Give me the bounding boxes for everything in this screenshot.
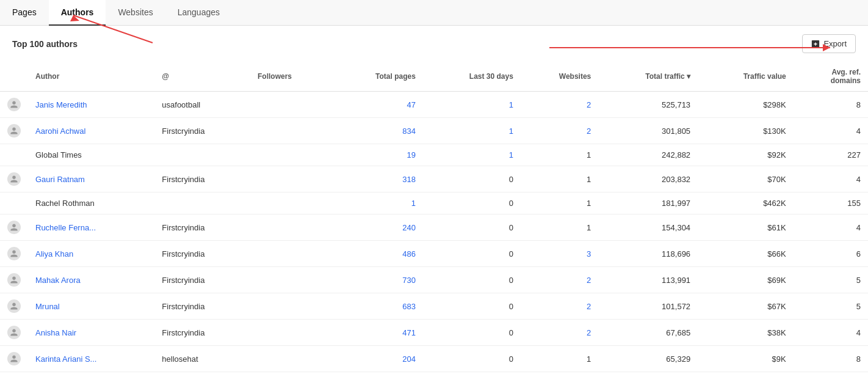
table-row: Janis Meredithusafootball4712525,713$298… xyxy=(0,92,868,118)
handle-cell: Firstcryindia xyxy=(154,166,250,193)
last30-value: 1 xyxy=(509,150,513,160)
tab-websites[interactable]: Websites xyxy=(106,0,165,26)
total-pages-cell[interactable]: 1 xyxy=(331,193,423,215)
total-pages-cell[interactable]: 834 xyxy=(331,118,423,144)
author-link[interactable]: Mrunal xyxy=(35,302,60,311)
followers-cell xyxy=(250,166,331,193)
last30-cell: 1 xyxy=(423,92,521,118)
avatar-cell xyxy=(0,118,28,144)
total-pages-link[interactable]: 19 xyxy=(407,150,415,160)
followers-cell xyxy=(250,215,331,241)
last30-cell: 0 xyxy=(423,320,521,346)
avg-ref-cell: 8 xyxy=(794,92,868,118)
col-last30[interactable]: Last 30 days xyxy=(423,62,521,92)
author-link[interactable]: Aliya Khan xyxy=(35,249,73,258)
total-pages-cell[interactable]: 318 xyxy=(331,166,423,193)
total-pages-link[interactable]: 1 xyxy=(411,199,416,208)
avatar-cell xyxy=(0,92,28,118)
total-traffic-cell: 67,685 xyxy=(598,320,698,346)
last30-value: 1 xyxy=(509,100,513,109)
websites-value: 2 xyxy=(587,100,591,109)
author-link[interactable]: Karinta Ariani S... xyxy=(35,354,96,364)
total-pages-cell[interactable]: 730 xyxy=(331,267,423,293)
table-body: Janis Meredithusafootball4712525,713$298… xyxy=(0,92,868,372)
authors-table: Author @ Followers Total pages Last 30 d… xyxy=(0,62,868,372)
total-pages-cell[interactable]: 47 xyxy=(331,92,423,118)
handle-cell: Firstcryindia xyxy=(154,215,250,241)
col-traffic-value[interactable]: Traffic value xyxy=(698,62,794,92)
col-websites[interactable]: Websites xyxy=(521,62,598,92)
author-link[interactable]: Ruchelle Ferna... xyxy=(35,223,96,232)
total-pages-link[interactable]: 240 xyxy=(402,223,416,232)
col-avg-ref[interactable]: Avg. ref.domains xyxy=(794,62,868,92)
top-bar: Top 100 authors Export xyxy=(0,26,868,62)
table-row: Aliya KhanFirstcryindia48603118,696$66K6 xyxy=(0,241,868,267)
total-traffic-cell: 154,304 xyxy=(598,215,698,241)
total-pages-link[interactable]: 471 xyxy=(402,328,416,337)
avg-ref-cell: 5 xyxy=(794,267,868,293)
avatar xyxy=(7,124,21,138)
avatar xyxy=(7,221,21,234)
last30-cell: 0 xyxy=(423,215,521,241)
export-button[interactable]: Export xyxy=(802,34,856,53)
websites-cell: 1 xyxy=(521,346,598,372)
col-total-traffic[interactable]: Total traffic ▾ xyxy=(598,62,698,92)
last30-cell: 1 xyxy=(423,118,521,144)
last30-cell: 0 xyxy=(423,267,521,293)
total-pages-cell[interactable]: 204 xyxy=(331,346,423,372)
total-pages-link[interactable]: 204 xyxy=(402,354,416,364)
author-link[interactable]: Gauri Ratnam xyxy=(35,175,85,184)
followers-cell xyxy=(250,144,331,166)
avg-ref-cell: 4 xyxy=(794,166,868,193)
author-link[interactable]: Anisha Nair xyxy=(35,328,76,337)
followers-cell xyxy=(250,320,331,346)
websites-cell: 1 xyxy=(521,144,598,166)
tab-pages[interactable]: Pages xyxy=(0,0,49,26)
traffic-value-cell: $38K xyxy=(698,320,794,346)
author-link[interactable]: Aarohi Achwal xyxy=(35,127,85,136)
author-link[interactable]: Janis Meredith xyxy=(35,100,87,109)
col-total-pages[interactable]: Total pages xyxy=(331,62,423,92)
tab-languages[interactable]: Languages xyxy=(165,0,232,26)
avatar-cell xyxy=(0,346,28,372)
traffic-value-cell: $69K xyxy=(698,267,794,293)
total-pages-link[interactable]: 318 xyxy=(402,175,416,184)
avg-ref-cell: 227 xyxy=(794,144,868,166)
col-author[interactable]: Author xyxy=(28,62,154,92)
traffic-value-cell: $92K xyxy=(698,144,794,166)
total-pages-link[interactable]: 486 xyxy=(402,249,416,258)
avatar-cell xyxy=(0,215,28,241)
author-name-cell: Aliya Khan xyxy=(28,241,154,267)
websites-cell: 2 xyxy=(521,267,598,293)
websites-cell: 3 xyxy=(521,241,598,267)
col-handle: @ xyxy=(154,62,250,92)
author-name-cell: Mrunal xyxy=(28,293,154,320)
total-pages-link[interactable]: 683 xyxy=(402,302,416,311)
total-pages-link[interactable]: 730 xyxy=(402,276,416,285)
total-pages-cell[interactable]: 240 xyxy=(331,215,423,241)
author-link[interactable]: Mahak Arora xyxy=(35,276,81,285)
avatar-cell xyxy=(0,320,28,346)
websites-value: 3 xyxy=(587,249,591,258)
avg-ref-cell: 8 xyxy=(794,346,868,372)
col-followers[interactable]: Followers xyxy=(250,62,331,92)
author-name-cell: Mahak Arora xyxy=(28,267,154,293)
total-pages-link[interactable]: 47 xyxy=(407,100,415,109)
websites-value: 2 xyxy=(587,127,591,136)
total-pages-cell[interactable]: 19 xyxy=(331,144,423,166)
websites-value: 2 xyxy=(587,328,591,337)
total-traffic-cell: 113,991 xyxy=(598,267,698,293)
handle-cell xyxy=(154,193,250,215)
handle-cell: Firstcryindia xyxy=(154,320,250,346)
traffic-value-cell: $298K xyxy=(698,92,794,118)
total-pages-cell[interactable]: 471 xyxy=(331,320,423,346)
total-pages-cell[interactable]: 486 xyxy=(331,241,423,267)
table-row: Gauri RatnamFirstcryindia31801203,832$70… xyxy=(0,166,868,193)
page-container: Pages Authors Websites Languages Top 100… xyxy=(0,0,868,372)
author-name-cell: Karinta Ariani S... xyxy=(28,346,154,372)
tab-authors[interactable]: Authors xyxy=(49,0,106,26)
total-pages-link[interactable]: 834 xyxy=(402,127,416,136)
total-pages-cell[interactable]: 683 xyxy=(331,293,423,320)
avg-ref-cell: 155 xyxy=(794,193,868,215)
author-name-cell: Janis Meredith xyxy=(28,92,154,118)
